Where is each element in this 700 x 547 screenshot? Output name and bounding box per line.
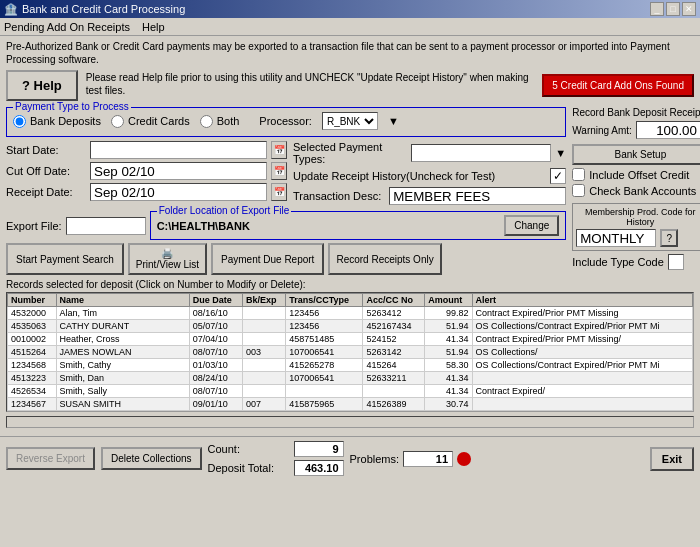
table-cell: OS Collections/Contract Expired/Prior PM…	[472, 411, 692, 413]
include-type-checkbox[interactable]	[668, 254, 684, 270]
menu-pending[interactable]: Pending Add On Receipts	[4, 21, 130, 33]
receipt-date-picker-icon[interactable]: 📅	[271, 183, 287, 201]
title-bar: 🏦 Bank and Credit Card Processing _ □ ✕	[0, 0, 700, 18]
include-offset-credit-checkbox[interactable]	[572, 168, 585, 181]
both-radio[interactable]	[200, 115, 213, 128]
membership-question-button[interactable]: ?	[660, 229, 678, 247]
table-row[interactable]: 4515264JAMES NOWLAN08/07/100031070065415…	[8, 346, 693, 359]
table-cell: 05/07/10	[189, 320, 242, 333]
start-payment-button[interactable]: Start Payment Search	[6, 243, 124, 275]
deposit-total-value: 463.10	[294, 460, 344, 476]
table-row[interactable]: 4526534Smith, Sally08/07/1041.34Contract…	[8, 385, 693, 398]
table-cell: 415744857	[286, 411, 363, 413]
minimize-button[interactable]: _	[650, 2, 664, 16]
change-button[interactable]: Change	[504, 215, 559, 236]
table-cell: 52633211	[363, 372, 425, 385]
folder-location-label: Folder Location of Export File	[157, 205, 292, 216]
table-cell: Contract Expired/Prior PMT Missing	[472, 307, 692, 320]
payment-due-button[interactable]: Payment Due Report	[211, 243, 324, 275]
alert-button[interactable]: 5 Credit Card Add Ons Found	[542, 74, 694, 97]
table-cell: 41.34	[425, 333, 472, 346]
table-cell[interactable]: 4526534	[8, 385, 57, 398]
table-cell: 30.74	[425, 398, 472, 411]
table-cell: 02/06/10	[189, 411, 242, 413]
table-row[interactable]: 0001076Wellman-Nickerson, Susan02/06/104…	[8, 411, 693, 413]
table-cell[interactable]: 4535063	[8, 320, 57, 333]
table-cell	[286, 385, 363, 398]
warning-amt-input[interactable]	[636, 121, 700, 139]
help-button[interactable]: ? Help	[6, 70, 78, 101]
table-cell: 452167434	[363, 320, 425, 333]
records-table: NumberNameDue DateBk/ExpTrans/CCTypeAcc/…	[7, 293, 693, 412]
table-cell: OS Collections/	[472, 346, 692, 359]
table-cell[interactable]: 4532000	[8, 307, 57, 320]
table-cell[interactable]: 1234568	[8, 359, 57, 372]
table-row[interactable]: 1234568Smith, Cathy01/03/104152652784152…	[8, 359, 693, 372]
export-file-input[interactable]	[66, 217, 146, 235]
bank-deposits-radio[interactable]	[13, 115, 26, 128]
check-bank-accounts-checkbox[interactable]	[572, 184, 585, 197]
table-row[interactable]: 4513223Smith, Dan08/24/10107006541526332…	[8, 372, 693, 385]
table-row[interactable]: 1234567SUSAN SMITH09/01/1000741587596541…	[8, 398, 693, 411]
column-header-name: Name	[56, 294, 189, 307]
table-cell	[242, 333, 285, 346]
table-cell	[242, 411, 285, 413]
column-header-bk-exp: Bk/Exp	[242, 294, 285, 307]
table-row[interactable]: 0010002Heather, Cross07/04/1045875148552…	[8, 333, 693, 346]
credit-cards-radio[interactable]	[111, 115, 124, 128]
horizontal-scrollbar[interactable]	[6, 416, 694, 428]
table-cell[interactable]: 4513223	[8, 372, 57, 385]
payment-type-panel: Payment Type to Process Bank Deposits Cr…	[6, 107, 566, 137]
warning-amt-label: Warning Amt:	[572, 125, 632, 136]
table-cell: 41526389	[363, 398, 425, 411]
cut-off-date-input[interactable]	[90, 162, 267, 180]
column-header-alert: Alert	[472, 294, 692, 307]
membership-prod-input[interactable]	[576, 229, 656, 247]
delete-collections-button[interactable]: Delete Collections	[101, 447, 202, 470]
print-view-button[interactable]: 🖨️ Print/View List	[128, 243, 207, 275]
receipt-date-input[interactable]	[90, 183, 267, 201]
table-cell: Smith, Dan	[56, 372, 189, 385]
arrow-icon: ▼	[388, 115, 399, 127]
table-cell: Heather, Cross	[56, 333, 189, 346]
table-cell: Smith, Cathy	[56, 359, 189, 372]
table-row[interactable]: 4532000Alan, Tim08/16/10123456526341299.…	[8, 307, 693, 320]
record-bank-label: Record Bank Deposit Receipts	[572, 107, 700, 118]
table-cell: 123456	[286, 320, 363, 333]
table-cell: 524152	[363, 333, 425, 346]
table-cell[interactable]: 1234567	[8, 398, 57, 411]
table-cell: 01/03/10	[189, 359, 242, 372]
table-row[interactable]: 4535063CATHY DURANT05/07/101234564521674…	[8, 320, 693, 333]
processor-select[interactable]: R_BNK	[322, 112, 378, 130]
table-cell: 107006541	[286, 346, 363, 359]
table-cell: Smith, Sally	[56, 385, 189, 398]
table-cell[interactable]: 0010002	[8, 333, 57, 346]
menu-bar: Pending Add On Receipts Help	[0, 18, 700, 36]
bank-setup-button[interactable]: Bank Setup	[572, 144, 700, 165]
include-type-label: Include Type Code	[572, 256, 664, 268]
column-header-due-date: Due Date	[189, 294, 242, 307]
table-cell[interactable]: 4515264	[8, 346, 57, 359]
update-receipt-checkbox[interactable]: ✓	[550, 168, 566, 184]
maximize-button[interactable]: □	[666, 2, 680, 16]
selected-payment-types-input[interactable]	[411, 144, 551, 162]
dropdown-icon: ▼	[555, 147, 566, 159]
table-cell[interactable]: 0001076	[8, 411, 57, 413]
cut-off-date-picker-icon[interactable]: 📅	[271, 162, 287, 180]
table-cell: Contract Expired/Prior PMT Missing/	[472, 333, 692, 346]
start-date-picker-icon[interactable]: 📅	[271, 141, 287, 159]
table-cell: 5263142	[363, 346, 425, 359]
reverse-export-button[interactable]: Reverse Export	[6, 447, 95, 470]
exit-button[interactable]: Exit	[650, 447, 694, 471]
table-cell: 41.34	[425, 385, 472, 398]
export-file-label: Export File:	[6, 220, 62, 232]
table-cell: 007	[242, 398, 285, 411]
transaction-desc-input[interactable]	[389, 187, 566, 205]
record-receipts-button[interactable]: Record Receipts Only	[328, 243, 441, 275]
count-section: Count: 9 Deposit Total: 463.10	[208, 441, 344, 476]
close-button[interactable]: ✕	[682, 2, 696, 16]
menu-help[interactable]: Help	[142, 21, 165, 33]
include-offset-credit-label: Include Offset Credit	[589, 169, 689, 181]
table-cell	[472, 398, 692, 411]
start-date-input[interactable]	[90, 141, 267, 159]
